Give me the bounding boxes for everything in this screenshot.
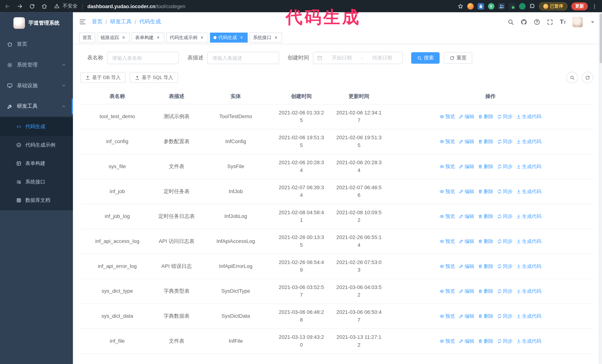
action-edit[interactable]: 编辑 <box>459 113 474 120</box>
tab-item[interactable]: 代码生成× <box>210 32 248 42</box>
action-delete[interactable]: 删除 <box>478 213 494 220</box>
action-sync[interactable]: 同步 <box>497 287 513 295</box>
tab-item[interactable]: 代码生成示例× <box>166 32 208 42</box>
sidebar-item-code[interactable]: 代码生成 <box>0 117 73 136</box>
browser-forward-icon[interactable] <box>17 3 22 9</box>
tab-item[interactable]: 链路追踪× <box>97 32 130 42</box>
action-generate-code[interactable]: 生成代码 <box>516 163 541 170</box>
breadcrumb-item[interactable]: 首页 <box>92 18 102 25</box>
action-generate-code[interactable]: 生成代码 <box>516 262 541 270</box>
action-generate-code[interactable]: 生成代码 <box>516 138 541 145</box>
extension-icon[interactable] <box>498 3 505 10</box>
action-generate-code[interactable]: 生成代码 <box>516 337 541 345</box>
browser-reload-icon[interactable] <box>29 3 35 9</box>
reset-button[interactable]: 重置 <box>444 52 472 64</box>
close-tab-icon[interactable]: × <box>199 35 205 40</box>
action-edit[interactable]: 编辑 <box>459 337 474 345</box>
page-scrollbar[interactable] <box>599 12 602 364</box>
action-delete[interactable]: 删除 <box>478 262 494 270</box>
sidebar-item-monitor[interactable]: 基础设施 <box>0 75 73 96</box>
scrollbar-thumb[interactable] <box>600 13 602 63</box>
extension-icon[interactable] <box>467 3 473 10</box>
avatar-caret-icon[interactable] <box>589 19 596 25</box>
bookmark-star-icon[interactable] <box>458 3 463 9</box>
action-preview[interactable]: 预览 <box>440 188 455 195</box>
action-sync[interactable]: 同步 <box>497 337 513 345</box>
action-preview[interactable]: 预览 <box>440 337 455 345</box>
action-delete[interactable]: 删除 <box>478 113 494 120</box>
close-tab-icon[interactable]: × <box>121 35 126 40</box>
sidebar-item-form[interactable]: 表单构建 <box>0 154 73 173</box>
action-generate-code[interactable]: 生成代码 <box>516 213 541 220</box>
action-generate-code[interactable]: 生成代码 <box>516 238 541 245</box>
action-generate-code[interactable]: 生成代码 <box>516 188 541 195</box>
toggle-search-button[interactable] <box>566 72 578 83</box>
action-sync[interactable]: 同步 <box>497 163 513 170</box>
fullscreen-icon[interactable] <box>547 19 553 25</box>
action-preview[interactable]: 预览 <box>440 138 455 145</box>
action-delete[interactable]: 删除 <box>478 163 494 170</box>
breadcrumb-item[interactable]: 代码生成 <box>139 18 161 25</box>
extension-icon[interactable] <box>508 3 515 10</box>
refresh-table-button[interactable] <box>582 72 593 83</box>
action-edit[interactable]: 编辑 <box>459 163 474 170</box>
action-delete[interactable]: 删除 <box>478 138 494 145</box>
search-button[interactable]: 搜索 <box>411 52 440 64</box>
action-sync[interactable]: 同步 <box>497 188 513 195</box>
action-sync[interactable]: 同步 <box>497 138 513 145</box>
profile-paused-chip[interactable]: 已暂停 <box>539 2 567 10</box>
action-preview[interactable]: 预览 <box>440 113 455 120</box>
action-preview[interactable]: 预览 <box>440 213 455 220</box>
action-edit[interactable]: 编辑 <box>459 287 474 295</box>
action-delete[interactable]: 删除 <box>478 312 494 320</box>
font-size-icon[interactable]: TT <box>560 19 566 25</box>
action-generate-code[interactable]: 生成代码 <box>516 113 541 120</box>
header-search-icon[interactable] <box>507 19 514 25</box>
action-generate-code[interactable]: 生成代码 <box>516 312 541 320</box>
app-logo[interactable]: 芋道管理系统 <box>0 12 73 34</box>
import-sql-button[interactable]: 基于 SQL 导入 <box>130 72 178 83</box>
user-avatar[interactable] <box>572 17 583 27</box>
import-db-button[interactable]: 基于 DB 导入 <box>80 72 126 83</box>
browser-home-icon[interactable] <box>42 3 47 9</box>
sidebar-item-badge[interactable]: 代码生成示例 <box>0 136 73 154</box>
action-delete[interactable]: 删除 <box>478 287 494 295</box>
action-delete[interactable]: 删除 <box>478 337 494 345</box>
table-desc-input[interactable] <box>207 52 279 64</box>
action-sync[interactable]: 同步 <box>497 238 513 245</box>
action-preview[interactable]: 预览 <box>440 262 455 270</box>
action-sync[interactable]: 同步 <box>497 113 513 120</box>
extension-icon[interactable] <box>519 3 525 10</box>
action-preview[interactable]: 预览 <box>440 287 455 295</box>
chrome-update-button[interactable]: 更新 <box>571 2 588 10</box>
action-preview[interactable]: 预览 <box>440 163 455 170</box>
extensions-puzzle-icon[interactable] <box>529 3 535 9</box>
vue-devtools-extension-icon[interactable]: V <box>488 3 494 10</box>
sidebar-item-api[interactable]: 系统接口 <box>0 173 73 191</box>
action-edit[interactable]: 编辑 <box>459 213 474 220</box>
action-sync[interactable]: 同步 <box>497 312 513 320</box>
action-edit[interactable]: 编辑 <box>459 262 474 270</box>
close-tab-icon[interactable]: × <box>155 35 161 40</box>
browser-back-icon[interactable] <box>5 3 10 9</box>
address-bar[interactable]: 不安全 | dashboard.yudao.iocoder.cn/tool/co… <box>54 3 453 10</box>
tab-item[interactable]: 系统接口× <box>249 32 282 42</box>
action-edit[interactable]: 编辑 <box>459 312 474 320</box>
action-sync[interactable]: 同步 <box>497 262 513 270</box>
sidebar-item-tool[interactable]: 研发工具 <box>0 96 73 117</box>
browser-menu-icon[interactable] <box>592 3 597 9</box>
breadcrumb-item[interactable]: 研发工具 <box>110 18 132 25</box>
help-icon[interactable] <box>534 19 540 25</box>
tab-item[interactable]: 表单构建× <box>132 32 164 42</box>
action-edit[interactable]: 编辑 <box>459 188 474 195</box>
hamburger-icon[interactable] <box>79 18 86 25</box>
github-icon[interactable] <box>521 19 527 25</box>
action-delete[interactable]: 删除 <box>478 188 494 195</box>
action-edit[interactable]: 编辑 <box>459 138 474 145</box>
extension-icon[interactable] <box>477 3 484 10</box>
sidebar-item-home[interactable]: 首页 <box>0 34 73 54</box>
action-sync[interactable]: 同步 <box>497 213 513 220</box>
close-tab-icon[interactable]: × <box>273 35 279 40</box>
table-name-input[interactable] <box>107 52 179 64</box>
action-preview[interactable]: 预览 <box>440 312 455 320</box>
